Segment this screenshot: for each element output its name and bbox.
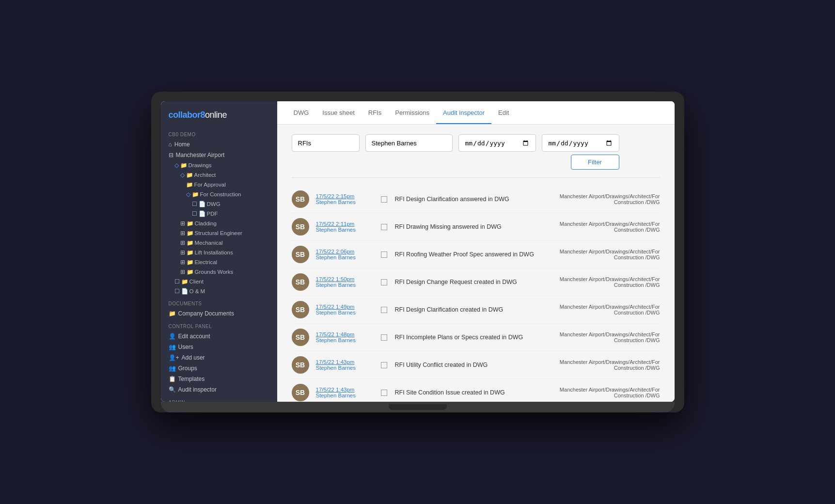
audit-user[interactable]: Stephen Barnes <box>316 282 374 288</box>
tree-item-for-construction[interactable]: ◇ 📁 For Construction <box>161 189 277 199</box>
tree-item-structural[interactable]: ⊞ 📁 Structural Engineer <box>161 228 277 238</box>
tree-item-for-approval[interactable]: 📁 For Approval <box>161 180 277 189</box>
content-divider <box>292 177 660 178</box>
folder-icon7: 📁 <box>187 239 193 246</box>
audit-timestamp[interactable]: 17/5/22 1:43pm <box>316 387 374 393</box>
tree-item-client[interactable]: ☐ 📁 Client <box>161 277 277 286</box>
sidebar-item-edit-account[interactable]: 👤 Edit account <box>161 331 277 342</box>
tree-item-pdf[interactable]: ☐ 📄 PDF <box>161 209 277 219</box>
sidebar-item-company-docs[interactable]: 📁 Company Documents <box>161 308 277 319</box>
checkbox-icon[interactable] <box>381 334 387 341</box>
audit-user[interactable]: Stephen Barnes <box>316 310 374 315</box>
plus-icon2: ⊞ <box>180 230 185 236</box>
sidebar-item-groups[interactable]: 👥 Groups <box>161 363 277 374</box>
audit-timestamp[interactable]: 17/5/22 1:48pm <box>316 331 374 337</box>
filter-date-from[interactable] <box>458 134 536 152</box>
checkbox-icon[interactable] <box>381 362 387 368</box>
checkbox-icon[interactable] <box>381 224 387 230</box>
audit-user[interactable]: Stephen Barnes <box>316 337 374 343</box>
home-icon: ⌂ <box>169 141 172 148</box>
tab-rfis[interactable]: RFIs <box>362 102 388 124</box>
users-label: Users <box>178 344 193 350</box>
audit-description: RFI Design Change Request created in DWG <box>395 279 547 285</box>
filter-type-input[interactable] <box>292 134 360 152</box>
audit-row: SB 17/5/22 1:43pm Stephen Barnes RFI Uti… <box>292 351 660 379</box>
tree-item-oam[interactable]: ☐ 📄 O & M <box>161 286 277 296</box>
filter-date-to[interactable] <box>542 134 619 152</box>
control-panel-label: Control panel <box>161 319 277 331</box>
folder-company-icon: 📁 <box>169 310 176 317</box>
tabs-bar: DWG Issue sheet RFIs Permissions Audit i… <box>277 101 675 125</box>
audit-description: RFI Utility Conflict created in DWG <box>395 362 547 368</box>
sidebar-item-add-user[interactable]: 👤+ Add user <box>161 352 277 363</box>
person-icon: 👤 <box>169 333 176 340</box>
tab-audit-inspector[interactable]: Audit inspector <box>436 102 491 124</box>
sidebar-item-audit-inspector[interactable]: 🔍 Audit inspector <box>161 384 277 395</box>
laptop-frame: collabor8online CB0 Demo ⌂ Home ⊟ Manche… <box>151 92 684 412</box>
checkbox-icon[interactable] <box>381 196 387 203</box>
tab-dwg[interactable]: DWG <box>287 102 316 124</box>
tree-item-cladding[interactable]: ⊞ 📁 Cladding <box>161 219 277 228</box>
tree-item-electrical[interactable]: ⊞ 📁 Electrical <box>161 257 277 267</box>
audit-timestamp[interactable]: 17/5/22 1:49pm <box>316 304 374 310</box>
audit-user[interactable]: Stephen Barnes <box>316 254 374 260</box>
tree-item-grounds-works[interactable]: ⊞ 📁 Grounds Works <box>161 267 277 277</box>
audit-row: SB 17/5/22 2:11pm Stephen Barnes RFI Dra… <box>292 213 660 241</box>
sidebar-item-users[interactable]: 👥 Users <box>161 342 277 352</box>
filter-user-input[interactable] <box>365 134 453 152</box>
tree-label: Client <box>189 279 204 284</box>
edit-account-label: Edit account <box>178 333 210 340</box>
audit-icon: 🔍 <box>169 386 176 393</box>
tree-label: Lift Installations <box>195 250 233 255</box>
audit-path: Manchester Airport/Drawings/Architect/Fo… <box>553 249 660 260</box>
audit-timestamp[interactable]: 17/5/22 1:50pm <box>316 276 374 282</box>
tree-item-mechanical[interactable]: ⊞ 📁 Mechanical <box>161 238 277 248</box>
audit-timestamp[interactable]: 17/5/22 2:06pm <box>316 249 374 254</box>
audit-row-info: 17/5/22 1:49pm Stephen Barnes <box>316 304 374 315</box>
laptop-base <box>161 402 675 412</box>
box-icon3: ☐ <box>174 278 180 285</box>
audit-timestamp[interactable]: 17/5/22 2:15pm <box>316 193 374 199</box>
audit-row: SB 17/5/22 1:48pm Stephen Barnes RFI Inc… <box>292 324 660 351</box>
audit-timestamp[interactable]: 17/5/22 2:11pm <box>316 221 374 227</box>
audit-timestamp[interactable]: 17/5/22 1:43pm <box>316 359 374 365</box>
audit-row-info: 17/5/22 1:43pm Stephen Barnes <box>316 387 374 398</box>
tree-label: O & M <box>189 288 205 294</box>
avatar: SB <box>292 246 309 263</box>
checkbox-icon[interactable] <box>381 252 387 258</box>
audit-user[interactable]: Stephen Barnes <box>316 393 374 398</box>
audit-row-info: 17/5/22 2:15pm Stephen Barnes <box>316 193 374 205</box>
sidebar: collabor8online CB0 Demo ⌂ Home ⊟ Manche… <box>161 101 277 402</box>
sidebar-item-templates[interactable]: 📋 Templates <box>161 374 277 384</box>
diamond-icon2: ◇ <box>180 172 185 178</box>
tree-item-architect[interactable]: ◇ 📁 Architect <box>161 170 277 180</box>
filter-button[interactable]: Filter <box>571 155 619 170</box>
add-user-label: Add user <box>182 354 205 361</box>
audit-row-info: 17/5/22 2:06pm Stephen Barnes <box>316 249 374 260</box>
tab-permissions[interactable]: Permissions <box>388 102 436 124</box>
tree-item-drawings[interactable]: ◇ 📁 Drawings <box>161 160 277 170</box>
checkbox-icon[interactable] <box>381 390 387 396</box>
audit-row: SB 17/5/22 2:15pm Stephen Barnes RFI Des… <box>292 186 660 213</box>
folder-icon5: 📁 <box>187 220 193 227</box>
tree-label: Drawings <box>189 162 212 168</box>
audit-user[interactable]: Stephen Barnes <box>316 199 374 205</box>
audit-path: Manchester Airport/Drawings/Architect/Fo… <box>553 359 660 371</box>
checkbox-icon[interactable] <box>381 307 387 313</box>
audit-user[interactable]: Stephen Barnes <box>316 227 374 233</box>
audit-row: SB 17/5/22 2:06pm Stephen Barnes RFI Roo… <box>292 241 660 268</box>
tree-label: Structural Engineer <box>195 230 242 236</box>
tab-issue-sheet[interactable]: Issue sheet <box>315 102 362 124</box>
plus-icon1: ⊞ <box>180 220 185 227</box>
audit-user[interactable]: Stephen Barnes <box>316 365 374 371</box>
sidebar-item-home[interactable]: ⌂ Home <box>161 139 277 150</box>
tab-edit[interactable]: Edit <box>491 102 516 124</box>
laptop-screen: collabor8online CB0 Demo ⌂ Home ⊟ Manche… <box>161 101 675 402</box>
checkbox-icon[interactable] <box>381 279 387 285</box>
tree-label: Cladding <box>195 220 217 226</box>
tree-item-dwg[interactable]: ☐ 📄 DWG <box>161 199 277 209</box>
tree-item-lift-installations[interactable]: ⊞ 📁 Lift Installations <box>161 248 277 257</box>
audit-path: Manchester Airport/Drawings/Architect/Fo… <box>553 221 660 233</box>
sidebar-item-project[interactable]: ⊟ Manchester Airport <box>161 150 277 160</box>
groups-label: Groups <box>178 365 197 372</box>
